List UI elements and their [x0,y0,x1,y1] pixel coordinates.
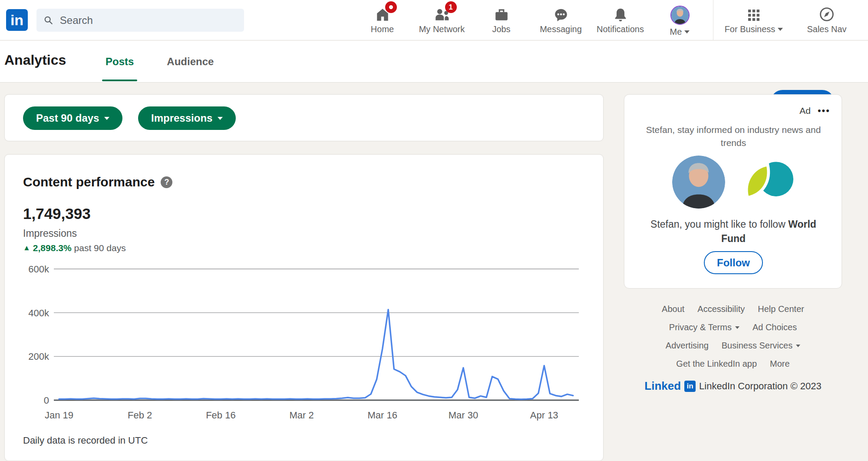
site-footer: About Accessibility Help Center Privacy … [624,304,842,393]
footer-link-accessibility[interactable]: Accessibility [697,304,745,314]
impressions-line-chart[interactable]: 0200k400k600kJan 19Feb 2Feb 16Mar 2Mar 1… [5,155,604,461]
svg-text:Feb 16: Feb 16 [206,410,236,421]
svg-text:Apr 13: Apr 13 [530,410,558,421]
follow-button[interactable]: Follow [704,251,763,274]
footer-link-help-center[interactable]: Help Center [758,304,804,314]
chevron-down-icon [796,345,800,347]
footer-link-label: Privacy & Terms [669,322,732,332]
chevron-down-icon [218,117,223,120]
secondary-nav-items: For Business Sales Nav [717,5,863,37]
nav-item-notifications[interactable]: Notifications [591,5,650,37]
ad-follow-prefix: Stefan, you might like to follow [650,219,788,230]
ad-options-icon[interactable]: ••• [818,105,830,116]
chevron-down-icon [735,326,739,329]
nav-item-label: Sales Nav [807,24,846,34]
grid-icon [747,8,761,22]
top-navigation-bar: in Home [0,0,868,40]
nav-item-sales-nav[interactable]: Sales Nav [790,5,863,37]
filters-card: Past 90 days Impressions [4,94,604,141]
content-performance-card: Content performance ? 1,749,393 Impressi… [4,154,604,461]
nav-item-label: My Network [419,24,465,34]
nav-item-messaging[interactable]: Messaging [531,5,591,37]
chevron-down-icon [778,28,783,31]
messaging-icon [554,7,568,22]
jobs-icon [494,7,509,22]
date-range-filter-button[interactable]: Past 90 days [23,106,122,130]
page-header: Analytics Posts Audience Export [0,41,868,83]
chevron-down-icon [104,117,109,120]
svg-text:Mar 16: Mar 16 [368,410,397,421]
date-range-filter-label: Past 90 days [36,112,99,124]
metric-filter-label: Impressions [151,112,212,124]
footer-link-business-services[interactable]: Business Services [722,341,800,351]
copyright-text: LinkedIn Corporation © 2023 [699,381,822,392]
search-icon [43,15,54,26]
tab-audience[interactable]: Audience [150,41,230,83]
svg-text:Mar 30: Mar 30 [449,410,478,421]
analytics-tabs: Posts Audience [89,41,230,83]
nav-item-my-network[interactable]: 1 My Network [412,5,472,37]
world-fund-logo [740,157,795,207]
ad-card: Ad ••• Stefan, stay informed on industry… [624,94,842,289]
nav-item-jobs[interactable]: Jobs [472,5,531,37]
nav-item-home[interactable]: Home [353,5,412,37]
linkedin-logo-small: in [684,381,696,392]
svg-text:Mar 2: Mar 2 [289,410,314,421]
chevron-down-icon [684,30,690,33]
linkedin-logo-text: in [10,12,23,29]
member-avatar [672,156,725,209]
nav-item-for-business[interactable]: For Business [717,5,790,37]
ad-label: Ad [799,106,811,116]
footer-link-advertising[interactable]: Advertising [666,341,709,351]
svg-text:0: 0 [44,395,49,406]
svg-text:Jan 19: Jan 19 [45,410,73,421]
tab-posts[interactable]: Posts [89,41,150,83]
footer-link-get-app[interactable]: Get the LinkedIn app [676,359,757,369]
me-avatar [670,6,690,25]
footer-link-label: Business Services [722,341,792,351]
nav-item-label: Messaging [540,24,582,34]
footer-link-about[interactable]: About [662,304,684,314]
nav-item-label: For Business [725,24,776,34]
home-new-posts-badge [385,1,397,13]
footer-link-privacy-terms[interactable]: Privacy & Terms [669,322,739,332]
nav-item-label: Home [371,24,394,34]
svg-text:Feb 2: Feb 2 [128,410,152,421]
nav-item-label: Jobs [492,24,510,34]
my-network-badge: 1 [445,1,457,13]
footer-link-ad-choices[interactable]: Ad Choices [752,322,797,332]
ad-headline: Stefan, stay informed on industry news a… [636,123,831,150]
linkedin-wordmark: Linked [644,379,681,393]
nav-divider [713,0,713,40]
notifications-icon [613,7,628,22]
metric-filter-button[interactable]: Impressions [138,106,236,130]
compass-icon [819,7,835,22]
primary-nav-items: Home 1 My Network [353,5,710,37]
chart-footnote: Daily data is recorded in UTC [23,435,148,446]
linkedin-analytics-page: in Home [0,0,868,461]
search-input[interactable] [60,14,237,27]
svg-text:200k: 200k [28,351,50,362]
footer-link-more[interactable]: More [770,359,790,369]
svg-text:400k: 400k [28,308,50,318]
ad-follow-text: Stefan, you might like to follow World F… [640,217,827,246]
svg-text:600k: 600k [28,264,50,275]
search-box[interactable] [36,9,244,32]
nav-item-me[interactable]: Me [650,5,710,37]
linkedin-logo[interactable]: in [6,9,28,31]
page-title: Analytics [4,52,66,68]
nav-item-label: Notifications [597,24,644,34]
nav-item-label: Me [670,27,682,37]
